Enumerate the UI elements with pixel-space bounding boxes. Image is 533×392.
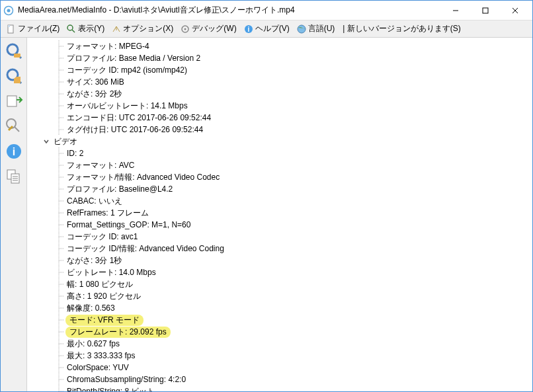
svg-text:i: i <box>247 26 249 33</box>
svg-point-7 <box>67 25 73 30</box>
minimize-button[interactable] <box>440 1 470 20</box>
svg-line-8 <box>72 30 75 32</box>
tree-item-label: コーデック ID/情報: Advanced Video Coding <box>65 243 226 255</box>
menubar: ファイル(Z) 表示(Y) オプション(X) デバッグ(W) i ヘルプ(V) … <box>1 20 532 38</box>
tree-item-label: 幅: 1 080 ピクセル <box>65 279 134 290</box>
tree-item-label: 最大: 3 333.333 fps <box>65 350 136 362</box>
tree-item-label: エンコード日: UTC 2017-06-26 09:52:44 <box>65 112 212 124</box>
tree-item: エンコード日: UTC 2017-06-26 09:52:44 <box>27 112 532 124</box>
view-icon <box>66 24 77 34</box>
tree-item: 高さ: 1 920 ピクセル <box>27 290 532 302</box>
menu-file[interactable]: ファイル(Z) <box>3 22 62 36</box>
tree-item-label: ビデオ <box>52 136 79 147</box>
svg-point-11 <box>184 28 186 30</box>
help-icon: i <box>243 24 254 34</box>
tree-item-label: 最小: 0.627 fps <box>65 338 121 350</box>
svg-line-22 <box>15 127 19 132</box>
open-file-button[interactable] <box>3 40 24 61</box>
tree-item-label: ながさ: 3分 2秒 <box>65 89 123 100</box>
svg-rect-3 <box>483 8 488 13</box>
tree-item: フォーマット/情報: Advanced Video Codec <box>27 171 532 183</box>
about-button[interactable]: i <box>3 141 24 162</box>
tree-item: プロファイル: Base Media / Version 2 <box>27 52 532 64</box>
tree-item: 解像度: 0.563 <box>27 302 532 314</box>
tree-item-label: タグ付け日: UTC 2017-06-26 09:52:44 <box>65 124 204 136</box>
tree-item: RefFrames: 1 フレーム <box>27 207 532 219</box>
tree-item-label: オーバルビットレート: 14.1 Mbps <box>65 100 189 112</box>
tree-item-label: ChromaSubsampling/String: 4:2:0 <box>65 375 187 384</box>
tree-item-label: 解像度: 0.563 <box>65 303 116 314</box>
update-link[interactable]: | 新しいバージョンがあります(S) <box>343 23 460 34</box>
tree-item-label: ビットレート: 14.0 Mbps <box>65 267 157 278</box>
tree-item-label: ColorSpace: YUV <box>65 363 130 372</box>
main: i フォーマット: MPEG-4プロファイル: Base Media / Ver… <box>1 38 532 391</box>
svg-point-14 <box>298 25 306 33</box>
tree-item-label: RefFrames: 1 フレーム <box>65 208 150 219</box>
window-controls <box>440 1 530 20</box>
tree-item: Format_Settings_GOP: M=1, N=60 <box>27 219 532 231</box>
menu-language[interactable]: 言語(U) <box>294 22 338 36</box>
close-button[interactable] <box>500 1 530 20</box>
tree-item: モード: VFR モード <box>27 314 532 326</box>
app-icon <box>3 5 14 16</box>
menu-debug[interactable]: デバッグ(W) <box>177 22 239 36</box>
chevron-down-icon[interactable] <box>42 137 51 146</box>
tree-item: CABAC: いいえ <box>27 195 532 207</box>
titlebar: MediaArea.net/MediaInfo - D:\aviutlネタ\Av… <box>1 1 532 20</box>
tree-item: タグ付け日: UTC 2017-06-26 09:52:44 <box>27 124 532 136</box>
tree-item: フォーマット: MPEG-4 <box>27 40 532 52</box>
options-icon <box>111 24 122 34</box>
tree-item-label: モード: VFR モード <box>65 315 144 326</box>
tree-item-label: コーデック ID: avc1 <box>65 231 139 243</box>
menu-help[interactable]: i ヘルプ(V) <box>241 22 292 36</box>
svg-point-1 <box>7 9 11 12</box>
tree-item-label: プロファイル: Base Media / Version 2 <box>65 53 202 64</box>
tree-item: フレームレート: 29.092 fps <box>27 326 532 338</box>
menu-view[interactable]: 表示(Y) <box>63 22 107 36</box>
tree-item-label: フォーマット: MPEG-4 <box>65 41 151 52</box>
tree-item: プロファイル: Baseline@L4.2 <box>27 183 532 195</box>
export-button[interactable] <box>3 91 24 112</box>
menu-options[interactable]: オプション(X) <box>108 22 176 36</box>
tree-item-label: サイズ: 306 MiB <box>65 77 126 88</box>
svg-rect-17 <box>14 54 20 58</box>
tree-section-header[interactable]: ビデオ <box>27 136 532 147</box>
window: MediaArea.net/MediaInfo - D:\aviutlネタ\Av… <box>0 0 533 392</box>
tree-item: コーデック ID/情報: Advanced Video Coding <box>27 243 532 255</box>
tree-item: ChromaSubsampling/String: 4:2:0 <box>27 373 532 385</box>
tree-item: ColorSpace: YUV <box>27 362 532 373</box>
tree-item: ID: 2 <box>27 147 532 159</box>
tree-view[interactable]: フォーマット: MPEG-4プロファイル: Base Media / Versi… <box>27 38 532 391</box>
tree-item: 最大: 3 333.333 fps <box>27 350 532 362</box>
tree-item-label: フォーマット/情報: Advanced Video Codec <box>65 172 221 183</box>
export-list-button[interactable] <box>3 166 24 187</box>
globe-icon <box>296 24 307 34</box>
sidebar: i <box>1 38 27 391</box>
svg-text:i: i <box>12 146 15 157</box>
tree-item-label: プロファイル: Baseline@L4.2 <box>65 184 174 195</box>
debug-icon <box>180 24 190 34</box>
tree-item-label: フォーマット: AVC <box>65 160 136 171</box>
tree-item-label: ながさ: 3分 1秒 <box>65 255 123 266</box>
tree-item: BitDepth/String: 8 ビット <box>27 385 532 391</box>
tree-item-label: ID: 2 <box>65 149 85 158</box>
tree-item-label: 高さ: 1 920 ピクセル <box>65 291 142 302</box>
options-button[interactable] <box>3 116 24 137</box>
window-title: MediaArea.net/MediaInfo - D:\aviutlネタ\Av… <box>18 5 440 16</box>
tree-item: コーデック ID: mp42 (isom/mp42) <box>27 64 532 76</box>
tree-item: ながさ: 3分 2秒 <box>27 88 532 100</box>
tree-item-label: フレームレート: 29.092 fps <box>65 327 171 338</box>
open-folder-button[interactable] <box>3 65 24 87</box>
tree-item: フォーマット: AVC <box>27 159 532 171</box>
tree-item-label: BitDepth/String: 8 ビット <box>65 386 156 392</box>
tree-item: オーバルビットレート: 14.1 Mbps <box>27 100 532 112</box>
tree-item: ビットレート: 14.0 Mbps <box>27 266 532 278</box>
file-icon <box>6 24 17 34</box>
tree-item-label: Format_Settings_GOP: M=1, N=60 <box>65 220 192 229</box>
tree-item: 最小: 0.627 fps <box>27 338 532 350</box>
svg-point-15 <box>7 44 18 55</box>
tree-item: ながさ: 3分 1秒 <box>27 255 532 266</box>
tree-item-label: コーデック ID: mp42 (isom/mp42) <box>65 65 188 76</box>
tree-item: コーデック ID: avc1 <box>27 231 532 243</box>
maximize-button[interactable] <box>470 1 500 20</box>
